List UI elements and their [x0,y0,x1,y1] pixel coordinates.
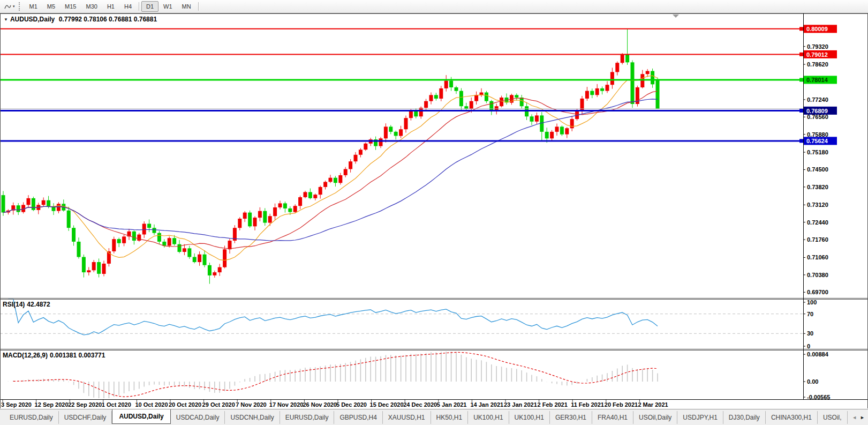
candle-body [142,224,146,235]
candle-body [470,101,473,109]
hline-price-label: 0.78014 [806,77,828,83]
date-label: 2 Feb 2021 [538,401,568,408]
candle-body [610,72,614,85]
price-tick-label: 0.72440 [807,219,828,226]
candle-body [640,74,644,87]
candle-body [298,197,302,206]
candle-body [520,98,524,106]
date-label: 2 Mar 2021 [638,401,668,408]
candle-body [183,248,186,252]
candle-body [535,115,539,121]
rsi-indicator-label: RSI(14)42.4872 [3,301,52,308]
chart-tab-usdjpy-h1[interactable]: USDJPY,H1 [677,411,723,424]
chart-tab-fra40-h1[interactable]: FRA40,H1 [592,411,633,424]
tab-scroll-right-icon[interactable]: ► [860,415,865,420]
candle-body [595,88,599,95]
chart-tab-xauusd-h1[interactable]: XAUUSD,H1 [383,411,431,424]
price-tick-label: 0.69700 [807,289,828,295]
chart-tab-dj30-daily[interactable]: DJ30,Daily [723,411,766,424]
candle-body [485,93,488,101]
chart-tab-usoil-daily[interactable]: USOil,Daily [633,411,677,424]
chart-tab-usdchf-daily[interactable]: USDCHF,Daily [59,411,112,424]
candle-body [338,175,342,183]
chart-tab-gbpusd-h4[interactable]: GBPUSD,H4 [334,411,382,424]
candle-body [615,63,619,72]
candle-body [72,228,76,242]
candle-body [474,95,478,101]
chart-tab-ger30-h1[interactable]: GER30,H1 [550,411,592,424]
hline-axis-notch [799,27,803,31]
candle-body [153,228,156,233]
hline-price-label: 0.79012 [806,51,828,58]
candle-body [404,118,408,129]
candle-body [555,126,559,132]
date-label: 14 Jan 2021 [470,401,503,408]
candle-body [172,238,176,244]
candle-body [570,119,574,128]
price-tick-label: 0.71060 [807,254,828,260]
candle-body [218,267,222,273]
candle-body [444,81,448,88]
candle-body [419,108,423,116]
price-tick-label: 0.77240 [807,96,828,103]
candle-body [122,236,126,243]
moving-average-line-10 [3,76,658,260]
chart-title: ▼AUDUSD,Daily 0.77992 0.78106 0.76881 0.… [4,16,159,23]
candle-body [439,88,443,99]
date-label: 7 Nov 2020 [236,401,266,408]
chart-canvas[interactable]: 0.793200.786200.779400.772400.765600.758… [0,0,868,409]
chart-shift-marker-icon[interactable] [673,14,679,18]
candle-body [515,95,518,98]
rsi-axis-label: 30 [807,330,813,337]
chart-tab-eurusd-daily[interactable]: EURUSD,Daily [280,411,335,424]
chart-tab-uk100-h1[interactable]: UK100,H1 [509,411,550,424]
chart-tab-eurusd-daily[interactable]: EURUSD,Daily [4,411,59,424]
candle-body [631,62,635,104]
symbol-dropdown-caret-icon[interactable]: ▼ [4,17,8,22]
candle-body [178,244,182,252]
candle-body [112,239,116,251]
date-label: 24 Dec 2020 [403,401,437,408]
chart-tab-usdcad-daily[interactable]: USDCAD,Daily [171,411,225,424]
chart-tab-usdcnh-daily[interactable]: USDCNH,Daily [225,411,280,424]
date-label: 12 Sep 2020 [35,401,69,408]
candle-body [47,200,50,207]
candle-body [187,248,191,257]
candle-body [625,54,629,62]
candle-body [263,211,267,223]
candle-body [17,205,20,212]
candle-body [329,178,333,182]
candle-body [429,95,433,101]
candle-body [198,255,201,262]
chart-tab-audusd-daily[interactable]: AUDUSD,Daily [112,409,170,424]
candle-body [651,71,654,85]
chart-ohlc-values: 0.77992 0.78106 0.76881 0.76881 [59,16,157,23]
candle-body [228,241,232,249]
candle-body [102,264,106,274]
macd-axis-label: -0.00565 [807,394,830,400]
chart-tab-china300-h1[interactable]: CHINA300,H1 [766,411,818,424]
candle-body [606,85,609,91]
chart-tab-uk100-h1[interactable]: UK100,H1 [468,411,509,424]
candle-body [308,192,312,198]
chart-tab-bar: EURUSD,DailyUSDCHF,DailyAUDUSD,DailyUSDC… [0,409,868,425]
chart-tab-usoil-[interactable]: USOil, [818,411,848,424]
rsi-axis-label: 100 [807,299,817,305]
price-tick-label: 0.71760 [807,236,828,243]
candle-body [449,81,453,87]
candle-body [399,129,403,136]
candle-body [92,262,96,270]
candle-body [168,238,171,245]
tab-scroll-left-icon[interactable]: ◄ [852,415,857,420]
date-label: 10 Oct 2020 [135,401,168,408]
date-label: 20 Oct 2020 [169,401,201,408]
candle-body [87,270,90,272]
candle-body [147,224,151,228]
date-label: 1 Oct 2020 [102,401,131,408]
candle-body [258,211,262,218]
candle-body [52,207,56,211]
hline-price-label: 0.76809 [806,108,828,114]
candle-body [349,161,352,169]
chart-tab-hk50-h1[interactable]: HK50,H1 [431,411,469,424]
moving-average-line-20 [3,91,658,249]
